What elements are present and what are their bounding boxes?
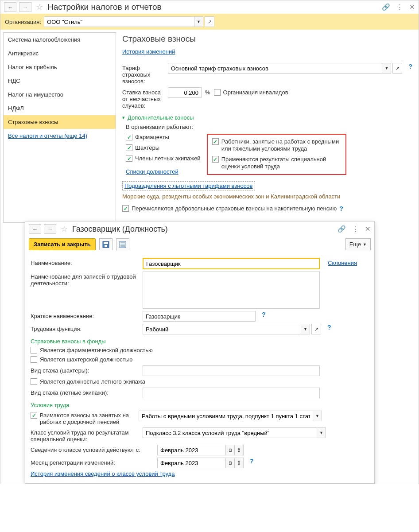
- back-button[interactable]: ←: [4, 2, 16, 12]
- sidebar-item-tax-system[interactable]: Система налогообложения: [4, 33, 116, 47]
- voluntary-label: Перечисляются добровольные страховые взн…: [132, 205, 337, 212]
- voluntary-checkbox[interactable]: [122, 205, 129, 212]
- more-label: Еще: [349, 241, 361, 248]
- help-icon[interactable]: ?: [327, 324, 331, 331]
- short-name-input[interactable]: [143, 311, 256, 322]
- percent-sign: %: [205, 87, 210, 96]
- menu-icon[interactable]: ⋮: [352, 225, 359, 233]
- stepper-button[interactable]: ▲▼: [235, 458, 244, 468]
- sidebar-item-ndfl[interactable]: НДФЛ: [4, 101, 116, 115]
- class-label: Класс условий труда по результатам специ…: [31, 427, 139, 443]
- inner-forward-button[interactable]: →: [44, 224, 56, 234]
- help-icon[interactable]: ?: [339, 205, 343, 212]
- stepper-button[interactable]: ▲▼: [235, 445, 244, 455]
- in-org-label: В организации работают:: [126, 124, 412, 130]
- history-link[interactable]: История изменений: [122, 48, 175, 55]
- inner-window-title: Газосварщик (Должность): [72, 225, 168, 234]
- forward-button[interactable]: →: [19, 2, 31, 12]
- tariff-popup-button[interactable]: ↗: [392, 63, 402, 74]
- flight-crew-label: Члены летных экипажей: [135, 155, 201, 162]
- sidebar-item-anticrisis[interactable]: Антикризис: [4, 47, 116, 60]
- note-text: Морские суда, резиденты особых экономиче…: [122, 193, 412, 200]
- org-invalid-label: Организация инвалидов: [223, 89, 288, 96]
- class-history-link[interactable]: История изменения сведений о классе усло…: [31, 470, 175, 477]
- conditions-heading: Условия труда: [31, 402, 369, 408]
- info-from-input[interactable]: [157, 445, 226, 455]
- calendar-button[interactable]: 🗓: [226, 458, 235, 468]
- early-pension-dropdown-button[interactable]: ▼: [313, 411, 322, 421]
- link-icon[interactable]: 🔗: [338, 225, 346, 233]
- star-icon[interactable]: ☆: [61, 224, 68, 234]
- more-button[interactable]: Еще ▼: [345, 238, 371, 250]
- close-icon[interactable]: ✕: [409, 3, 415, 11]
- help-icon[interactable]: ?: [250, 458, 254, 465]
- sidebar-item-insurance[interactable]: Страховые взносы: [4, 115, 116, 129]
- miners-checkbox[interactable]: [126, 144, 132, 151]
- hazardous-workers-checkbox[interactable]: [212, 138, 219, 145]
- miner-stage-label: Вид стажа (шахтеры):: [31, 365, 139, 374]
- calendar-button[interactable]: 🗓: [226, 445, 235, 455]
- sidebar-item-property-tax[interactable]: Налог на имущество: [4, 88, 116, 101]
- highlighted-box: Работники, занятые на работах с вредными…: [207, 134, 346, 175]
- miner-stage-input[interactable]: [143, 365, 320, 376]
- list-button[interactable]: [116, 238, 129, 250]
- flight-stage-input[interactable]: [143, 388, 320, 398]
- reg-month-input[interactable]: [157, 458, 226, 468]
- star-icon[interactable]: ☆: [36, 2, 43, 12]
- is-pharma-checkbox[interactable]: [31, 347, 37, 353]
- miners-label: Шахтеры: [135, 144, 159, 151]
- save-and-close-button[interactable]: Записать и закрыть: [29, 238, 96, 250]
- flight-crew-checkbox[interactable]: [126, 155, 132, 162]
- flight-stage-label: Вид стажа (летные экипажи):: [31, 388, 139, 396]
- org-dropdown-button[interactable]: ▼: [194, 16, 203, 27]
- help-icon[interactable]: ?: [262, 311, 266, 318]
- save-button[interactable]: [99, 238, 113, 250]
- class-dropdown-button[interactable]: ▼: [317, 427, 326, 438]
- pharma-label: Фармацевты: [135, 134, 169, 141]
- inner-close-icon[interactable]: ✕: [365, 225, 371, 233]
- window-title: Настройки налогов и отчетов: [47, 2, 162, 12]
- link-icon[interactable]: 🔗: [382, 3, 390, 11]
- positions-list-link[interactable]: Списки должностей: [126, 168, 201, 175]
- name-input[interactable]: [143, 258, 320, 269]
- info-from-label: Сведения о классе условий действуют с:: [31, 445, 154, 453]
- tariff-input[interactable]: [168, 63, 382, 74]
- org-input[interactable]: [44, 16, 194, 27]
- special-assessment-checkbox[interactable]: [212, 156, 219, 163]
- sidebar-all-taxes-link[interactable]: Все налоги и отчеты (еще 14): [4, 129, 116, 143]
- name-records-textarea[interactable]: [143, 272, 320, 309]
- help-icon[interactable]: ?: [408, 63, 412, 70]
- early-pension-label: Взимаются взносы за занятых на работах с…: [40, 412, 132, 425]
- is-flight-checkbox[interactable]: [31, 378, 37, 385]
- tariff-dropdown-button[interactable]: ▼: [382, 63, 391, 74]
- subdivisions-link-box: Подразделения с льготными тарифами взнос…: [122, 181, 255, 190]
- additional-contributions-expander[interactable]: ▾ Дополнительные взносы: [122, 114, 412, 121]
- reg-month-label: Месяц регистрации изменений:: [31, 458, 154, 466]
- chevron-down-icon: ▾: [122, 115, 125, 120]
- is-miner-checkbox[interactable]: [31, 356, 37, 363]
- job-func-popup-button[interactable]: ↗: [311, 324, 321, 334]
- job-func-input[interactable]: [143, 324, 301, 334]
- pharma-checkbox[interactable]: [126, 134, 132, 140]
- menu-icon[interactable]: ⋮: [396, 3, 403, 11]
- class-select[interactable]: [143, 427, 317, 438]
- subdivisions-link[interactable]: Подразделения с льготными тарифами взнос…: [124, 183, 253, 189]
- rate-label: Ставка взноса от несчастных случаев:: [122, 87, 164, 109]
- sidebar-item-profit-tax[interactable]: Налог на прибыль: [4, 60, 116, 74]
- sidebar-item-vat[interactable]: НДС: [4, 74, 116, 88]
- rate-input[interactable]: [168, 87, 202, 98]
- org-label: Организация:: [5, 19, 41, 25]
- declensions-link[interactable]: Склонения: [328, 258, 357, 266]
- org-popup-button[interactable]: ↗: [205, 16, 214, 27]
- list-icon: [119, 241, 126, 248]
- svg-rect-1: [104, 242, 108, 244]
- short-name-label: Краткое наименование:: [31, 311, 139, 319]
- early-pension-checkbox[interactable]: [31, 412, 37, 419]
- job-func-dropdown-button[interactable]: ▼: [301, 324, 310, 334]
- is-flight-label: Является должностью летного экипажа: [40, 378, 145, 385]
- tariff-label: Тариф страховых взносов:: [122, 63, 164, 85]
- svg-rect-2: [105, 245, 107, 247]
- inner-back-button[interactable]: ←: [29, 224, 41, 234]
- early-pension-select[interactable]: [139, 411, 313, 421]
- org-invalid-checkbox[interactable]: [214, 89, 221, 96]
